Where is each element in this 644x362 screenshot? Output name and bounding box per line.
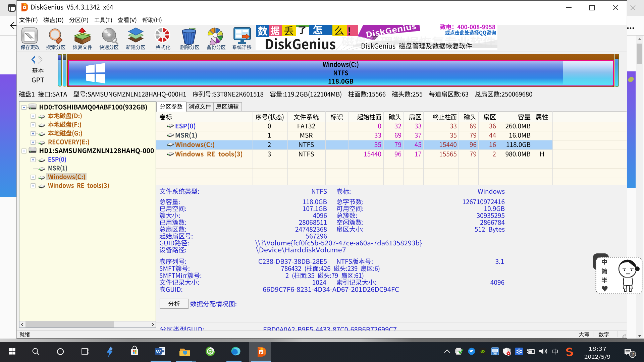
svg-text:2: 2 [631,352,634,357]
svg-text:W: W [156,349,161,354]
svg-text:intel: intel [493,353,497,355]
